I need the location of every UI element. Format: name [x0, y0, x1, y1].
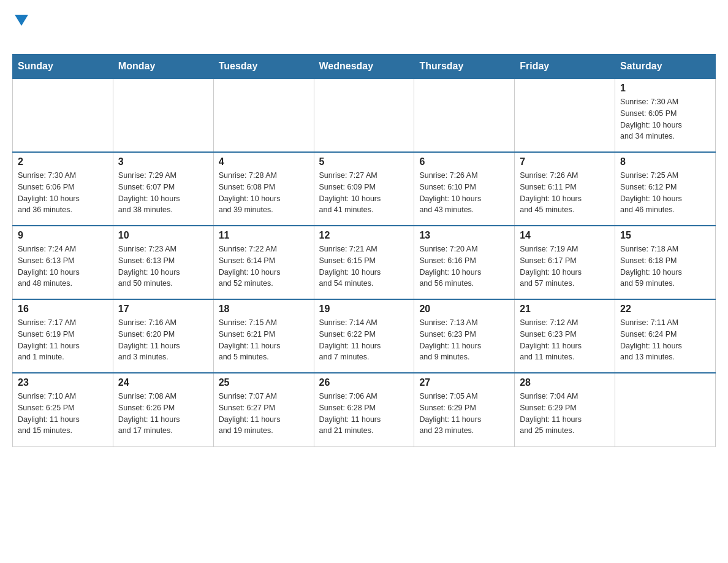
calendar-cell: 9Sunrise: 7:24 AMSunset: 6:13 PMDaylight… — [13, 226, 113, 299]
calendar-table: SundayMondayTuesdayWednesdayThursdayFrid… — [12, 54, 716, 447]
day-info: Sunrise: 7:27 AMSunset: 6:09 PMDaylight:… — [319, 170, 409, 216]
calendar-cell: 23Sunrise: 7:10 AMSunset: 6:25 PMDayligh… — [13, 373, 113, 446]
day-number: 28 — [520, 377, 610, 388]
day-number: 10 — [118, 230, 208, 241]
day-info: Sunrise: 7:05 AMSunset: 6:29 PMDaylight:… — [419, 391, 509, 437]
day-number: 13 — [419, 230, 509, 241]
svg-marker-0 — [15, 15, 28, 26]
day-number: 5 — [319, 156, 409, 167]
calendar-cell: 16Sunrise: 7:17 AMSunset: 6:19 PMDayligh… — [13, 299, 113, 373]
day-number: 6 — [419, 156, 509, 167]
weekday-header-tuesday: Tuesday — [213, 55, 314, 79]
calendar-cell: 19Sunrise: 7:14 AMSunset: 6:22 PMDayligh… — [314, 299, 414, 373]
day-info: Sunrise: 7:20 AMSunset: 6:16 PMDaylight:… — [419, 243, 509, 289]
logo-general-row — [12, 12, 28, 28]
day-info: Sunrise: 7:06 AMSunset: 6:28 PMDaylight:… — [319, 391, 409, 437]
day-number: 12 — [319, 230, 409, 241]
calendar-cell: 21Sunrise: 7:12 AMSunset: 6:23 PMDayligh… — [515, 299, 615, 373]
logo-blue-row — [12, 28, 29, 48]
day-info: Sunrise: 7:15 AMSunset: 6:21 PMDaylight:… — [219, 317, 309, 363]
day-number: 9 — [18, 230, 108, 241]
calendar-cell: 10Sunrise: 7:23 AMSunset: 6:13 PMDayligh… — [113, 226, 213, 299]
day-info: Sunrise: 7:19 AMSunset: 6:17 PMDaylight:… — [520, 243, 610, 289]
day-info: Sunrise: 7:22 AMSunset: 6:14 PMDaylight:… — [219, 243, 309, 289]
day-number: 24 — [118, 377, 208, 388]
calendar-cell: 27Sunrise: 7:05 AMSunset: 6:29 PMDayligh… — [414, 373, 515, 446]
calendar-cell: 26Sunrise: 7:06 AMSunset: 6:28 PMDayligh… — [314, 373, 414, 446]
day-info: Sunrise: 7:16 AMSunset: 6:20 PMDaylight:… — [118, 317, 208, 363]
calendar-cell: 6Sunrise: 7:26 AMSunset: 6:10 PMDaylight… — [414, 152, 515, 226]
day-number: 8 — [620, 156, 710, 167]
day-info: Sunrise: 7:28 AMSunset: 6:08 PMDaylight:… — [219, 170, 309, 216]
day-number: 7 — [520, 156, 610, 167]
day-info: Sunrise: 7:12 AMSunset: 6:23 PMDaylight:… — [520, 317, 610, 363]
weekday-header-wednesday: Wednesday — [314, 55, 414, 79]
calendar-cell: 24Sunrise: 7:08 AMSunset: 6:26 PMDayligh… — [113, 373, 213, 446]
day-number: 2 — [18, 156, 108, 167]
calendar-cell: 1Sunrise: 7:30 AMSunset: 6:05 PMDaylight… — [615, 79, 716, 152]
weekday-header-monday: Monday — [113, 55, 213, 79]
weekday-header-saturday: Saturday — [615, 55, 716, 79]
calendar-cell: 7Sunrise: 7:26 AMSunset: 6:11 PMDaylight… — [515, 152, 615, 226]
page-header — [12, 12, 716, 48]
calendar-cell: 20Sunrise: 7:13 AMSunset: 6:23 PMDayligh… — [414, 299, 515, 373]
day-number: 20 — [419, 304, 509, 315]
day-number: 17 — [118, 304, 208, 315]
logo-arrow-icon — [15, 15, 28, 28]
calendar-cell: 12Sunrise: 7:21 AMSunset: 6:15 PMDayligh… — [314, 226, 414, 299]
day-number: 16 — [18, 304, 108, 315]
day-number: 19 — [319, 304, 409, 315]
calendar-cell — [213, 79, 314, 152]
day-info: Sunrise: 7:26 AMSunset: 6:11 PMDaylight:… — [520, 170, 610, 216]
calendar-cell: 28Sunrise: 7:04 AMSunset: 6:29 PMDayligh… — [515, 373, 615, 446]
day-info: Sunrise: 7:04 AMSunset: 6:29 PMDaylight:… — [520, 391, 610, 437]
day-info: Sunrise: 7:14 AMSunset: 6:22 PMDaylight:… — [319, 317, 409, 363]
weekday-header-sunday: Sunday — [13, 55, 113, 79]
calendar-cell — [113, 79, 213, 152]
calendar-cell: 3Sunrise: 7:29 AMSunset: 6:07 PMDaylight… — [113, 152, 213, 226]
day-number: 11 — [219, 230, 309, 241]
day-number: 22 — [620, 304, 710, 315]
weekday-header-row: SundayMondayTuesdayWednesdayThursdayFrid… — [13, 55, 716, 79]
day-number: 23 — [18, 377, 108, 388]
calendar-cell — [414, 79, 515, 152]
day-info: Sunrise: 7:07 AMSunset: 6:27 PMDaylight:… — [219, 391, 309, 437]
weekday-header-thursday: Thursday — [414, 55, 515, 79]
day-number: 4 — [219, 156, 309, 167]
day-number: 15 — [620, 230, 710, 241]
calendar-week-row: 9Sunrise: 7:24 AMSunset: 6:13 PMDaylight… — [13, 226, 716, 299]
day-number: 1 — [620, 83, 710, 94]
day-info: Sunrise: 7:25 AMSunset: 6:12 PMDaylight:… — [620, 170, 710, 216]
calendar-cell: 18Sunrise: 7:15 AMSunset: 6:21 PMDayligh… — [213, 299, 314, 373]
day-number: 18 — [219, 304, 309, 315]
day-number: 14 — [520, 230, 610, 241]
calendar-cell: 2Sunrise: 7:30 AMSunset: 6:06 PMDaylight… — [13, 152, 113, 226]
day-info: Sunrise: 7:24 AMSunset: 6:13 PMDaylight:… — [18, 243, 108, 289]
calendar-cell: 22Sunrise: 7:11 AMSunset: 6:24 PMDayligh… — [615, 299, 716, 373]
calendar-cell: 4Sunrise: 7:28 AMSunset: 6:08 PMDaylight… — [213, 152, 314, 226]
calendar-week-row: 2Sunrise: 7:30 AMSunset: 6:06 PMDaylight… — [13, 152, 716, 226]
calendar-cell: 17Sunrise: 7:16 AMSunset: 6:20 PMDayligh… — [113, 299, 213, 373]
calendar-cell — [515, 79, 615, 152]
day-info: Sunrise: 7:17 AMSunset: 6:19 PMDaylight:… — [18, 317, 108, 363]
day-info: Sunrise: 7:18 AMSunset: 6:18 PMDaylight:… — [620, 243, 710, 289]
calendar-cell: 11Sunrise: 7:22 AMSunset: 6:14 PMDayligh… — [213, 226, 314, 299]
day-number: 26 — [319, 377, 409, 388]
calendar-week-row: 16Sunrise: 7:17 AMSunset: 6:19 PMDayligh… — [13, 299, 716, 373]
calendar-week-row: 1Sunrise: 7:30 AMSunset: 6:05 PMDaylight… — [13, 79, 716, 152]
day-info: Sunrise: 7:13 AMSunset: 6:23 PMDaylight:… — [419, 317, 509, 363]
calendar-cell: 25Sunrise: 7:07 AMSunset: 6:27 PMDayligh… — [213, 373, 314, 446]
day-info: Sunrise: 7:30 AMSunset: 6:05 PMDaylight:… — [620, 96, 710, 142]
calendar-cell — [615, 373, 716, 446]
calendar-cell: 5Sunrise: 7:27 AMSunset: 6:09 PMDaylight… — [314, 152, 414, 226]
day-info: Sunrise: 7:21 AMSunset: 6:15 PMDaylight:… — [319, 243, 409, 289]
calendar-cell: 14Sunrise: 7:19 AMSunset: 6:17 PMDayligh… — [515, 226, 615, 299]
day-number: 3 — [118, 156, 208, 167]
weekday-header-friday: Friday — [515, 55, 615, 79]
logo — [12, 12, 29, 48]
day-info: Sunrise: 7:11 AMSunset: 6:24 PMDaylight:… — [620, 317, 710, 363]
calendar-cell: 15Sunrise: 7:18 AMSunset: 6:18 PMDayligh… — [615, 226, 716, 299]
calendar-cell — [13, 79, 113, 152]
day-info: Sunrise: 7:30 AMSunset: 6:06 PMDaylight:… — [18, 170, 108, 216]
day-number: 27 — [419, 377, 509, 388]
